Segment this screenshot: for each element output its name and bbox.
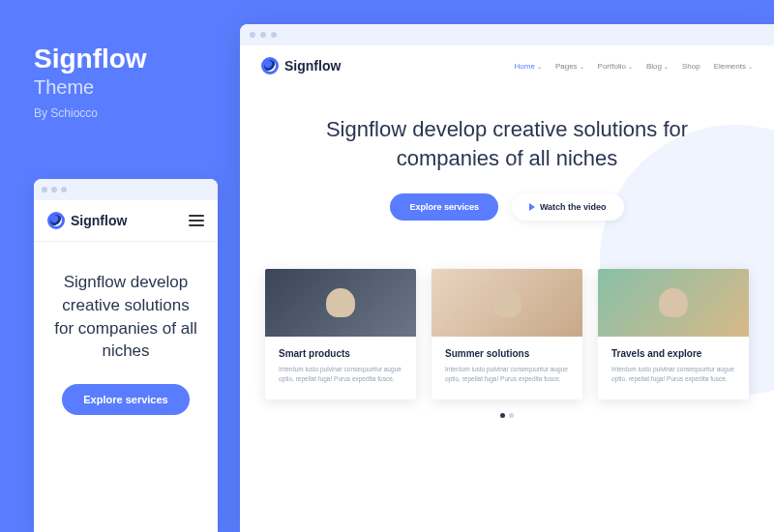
card-smart-products[interactable]: Smart products Interdum iusto pulvinar c… <box>265 269 416 399</box>
theme-info-panel: Signflow Theme By Schiocco <box>34 44 218 120</box>
nav-label: Shop <box>682 62 700 71</box>
watch-video-label: Watch the video <box>540 202 607 212</box>
nav-shop[interactable]: Shop <box>682 62 700 71</box>
theme-subtitle: Theme <box>34 76 218 99</box>
feature-cards: Smart products Interdum iusto pulvinar c… <box>240 240 774 399</box>
explore-services-button[interactable]: Explore services <box>390 193 498 221</box>
card-desc: Interdum iusto pulvinar consequuntur aug… <box>445 365 569 384</box>
mobile-hero: Signflow develop creative solutions for … <box>34 242 218 444</box>
hamburger-icon[interactable] <box>189 215 204 226</box>
play-icon <box>529 203 535 211</box>
logo-icon <box>261 57 279 74</box>
window-dot <box>260 32 266 38</box>
nav-label: Pages <box>555 62 578 71</box>
chevron-down-icon: ⌄ <box>628 63 633 70</box>
carousel-dot[interactable] <box>509 413 514 418</box>
carousel-dots <box>240 399 774 431</box>
card-desc: Interdum iusto pulvinar consequuntur aug… <box>611 365 735 384</box>
theme-author: By Schiocco <box>34 106 218 120</box>
nav-label: Home <box>515 62 535 71</box>
desktop-preview: Signflow Home⌄ Pages⌄ Portfolio⌄ Blog⌄ S… <box>240 24 774 532</box>
nav-portfolio[interactable]: Portfolio⌄ <box>598 62 633 71</box>
watch-video-button[interactable]: Watch the video <box>512 193 624 221</box>
window-dot <box>250 32 255 38</box>
mobile-hero-headline: Signflow develop creative solutions for … <box>51 271 200 363</box>
hero-headline: Signflow develop creative solutions for … <box>279 115 735 172</box>
card-body: Travels and explore Interdum iusto pulvi… <box>598 337 749 399</box>
card-body: Smart products Interdum iusto pulvinar c… <box>265 337 416 399</box>
card-image <box>432 269 582 337</box>
nav-label: Elements <box>714 62 746 71</box>
explore-services-button[interactable]: Explore services <box>62 384 189 415</box>
window-dot <box>61 187 67 192</box>
logo-icon <box>47 212 65 229</box>
chevron-down-icon: ⌄ <box>537 63 542 70</box>
mobile-titlebar <box>34 179 218 200</box>
card-title: Summer solutions <box>445 348 569 359</box>
card-desc: Interdum iusto pulvinar consequuntur aug… <box>279 365 402 384</box>
card-title: Smart products <box>279 348 402 359</box>
hero-buttons: Explore services Watch the video <box>279 193 735 221</box>
window-dot <box>51 187 57 192</box>
nav-home[interactable]: Home⌄ <box>515 62 542 71</box>
card-travels-explore[interactable]: Travels and explore Interdum iusto pulvi… <box>598 269 749 399</box>
nav-blog[interactable]: Blog⌄ <box>646 62 669 71</box>
logo[interactable]: Signflow <box>47 212 127 229</box>
nav-pages[interactable]: Pages⌄ <box>555 62 584 71</box>
logo-text: Signflow <box>284 58 341 74</box>
desktop-header: Signflow Home⌄ Pages⌄ Portfolio⌄ Blog⌄ S… <box>240 45 774 86</box>
mobile-header: Signflow <box>34 200 218 242</box>
card-summer-solutions[interactable]: Summer solutions Interdum iusto pulvinar… <box>432 269 582 399</box>
carousel-dot[interactable] <box>500 413 505 418</box>
logo-text: Signflow <box>71 213 127 228</box>
desktop-hero: Signflow develop creative solutions for … <box>240 86 774 240</box>
main-nav: Home⌄ Pages⌄ Portfolio⌄ Blog⌄ Shop Eleme… <box>515 62 753 71</box>
window-dot <box>271 32 277 38</box>
chevron-down-icon: ⌄ <box>664 63 669 70</box>
card-title: Travels and explore <box>611 348 735 359</box>
theme-title: Signflow <box>34 44 218 74</box>
chevron-down-icon: ⌄ <box>580 63 584 70</box>
chevron-down-icon: ⌄ <box>748 63 753 70</box>
nav-label: Blog <box>646 62 662 71</box>
desktop-titlebar <box>240 24 774 45</box>
nav-elements[interactable]: Elements⌄ <box>714 62 753 71</box>
card-body: Summer solutions Interdum iusto pulvinar… <box>432 337 582 399</box>
nav-label: Portfolio <box>598 62 626 71</box>
window-dot <box>42 187 47 192</box>
logo[interactable]: Signflow <box>261 57 341 74</box>
card-image <box>265 269 416 337</box>
mobile-preview: Signflow Signflow develop creative solut… <box>34 179 218 532</box>
card-image <box>598 269 749 337</box>
